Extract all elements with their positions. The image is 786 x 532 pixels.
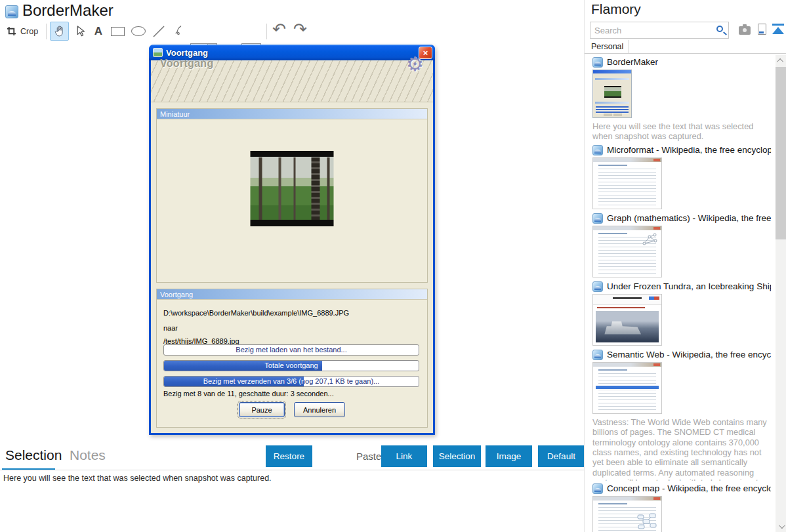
snapshot-title: Under Frozen Tundra, an Icebreaking Ship… xyxy=(607,281,771,291)
text-tool-icon: A xyxy=(94,25,102,38)
tab-selection[interactable]: Selection xyxy=(5,447,62,463)
rectangle-icon xyxy=(111,27,125,36)
rectangle-tool-button[interactable] xyxy=(108,22,127,41)
graph-doodle xyxy=(642,233,659,247)
freehand-tool-button[interactable] xyxy=(169,22,188,41)
scrollbar-thumb[interactable] xyxy=(776,67,786,239)
tab-personal[interactable]: Personal xyxy=(585,40,629,54)
sidebar-scrollbar[interactable] xyxy=(776,55,786,532)
progress-bar-label: Totale voortgang xyxy=(164,361,322,371)
snapshot-title: Concept map - Wikipedia, the free encycl… xyxy=(607,483,771,493)
source-path: D:\workspace\BorderMaker\build\example\I… xyxy=(163,309,349,317)
scroll-up-arrow[interactable] xyxy=(776,55,786,66)
gear-icon[interactable]: ⚙ xyxy=(406,52,424,75)
to-label: naar xyxy=(163,324,178,332)
list-item-graph[interactable]: Graph (mathematics) - Wikipedia, the fre… xyxy=(592,213,771,277)
snapshot-app-icon xyxy=(592,483,603,494)
snapshot-app-icon xyxy=(592,350,603,360)
cancel-button[interactable]: Annuleren xyxy=(294,402,345,417)
snapshot-thumbnail[interactable] xyxy=(592,226,662,277)
snapshot-app-icon xyxy=(592,145,603,155)
progress-bar-file: Bezig met laden van het bestand... Bezig… xyxy=(163,344,419,356)
pause-button[interactable]: Pauze xyxy=(239,402,285,417)
snapshot-thumbnail[interactable] xyxy=(592,157,662,209)
tree-trunk xyxy=(279,157,281,219)
freehand-icon xyxy=(173,25,184,38)
toolbar: Crop A xyxy=(0,21,584,42)
paste-image-button[interactable]: Image xyxy=(486,445,532,467)
progress-body: D:\workspace\BorderMaker\build\example\I… xyxy=(157,300,427,427)
footer-divider xyxy=(0,470,584,470)
progress-bar-upload: Bezig met verzenden van 3/6 (nog 207,1 K… xyxy=(163,376,419,387)
snapshot-snippet: Vastness: The World Wide Web contains ma… xyxy=(592,417,771,481)
thumbnail-group: Miniatuur xyxy=(156,108,428,283)
snapshot-title: Microformat - Wikipedia, the free encycl… xyxy=(607,145,771,155)
ellipse-tool-button[interactable] xyxy=(129,22,148,41)
tree-trunk xyxy=(327,157,329,219)
progress-bar-label: Bezig met verzenden van 3/6 (nog 207,1 K… xyxy=(164,377,304,386)
cursor-tool-button[interactable] xyxy=(71,22,90,41)
paste-link-button[interactable]: Link xyxy=(381,445,427,467)
progress-bar-fill: Bezig met verzenden van 3/6 (nog 207,1 K… xyxy=(164,377,304,386)
crop-icon xyxy=(7,26,16,36)
camera-icon[interactable] xyxy=(739,26,751,35)
flamory-icon-bar xyxy=(772,24,784,26)
list-item-tundra[interactable]: Under Frozen Tundra, an Icebreaking Ship… xyxy=(592,281,771,346)
snapshot-app-icon xyxy=(592,281,603,292)
progress-group-title: Voortgang xyxy=(157,289,427,300)
image-preview xyxy=(251,151,334,226)
screen: BorderMaker Crop A xyxy=(0,0,786,532)
ellipse-icon xyxy=(131,26,146,36)
bordermaker-app-icon xyxy=(5,5,18,18)
snapshot-thumbnail[interactable] xyxy=(592,294,662,346)
concept-map-doodle xyxy=(635,512,657,531)
paste-default-button[interactable]: Default xyxy=(538,445,585,467)
list-item-conceptmap[interactable]: Concept map - Wikipedia, the free encycl… xyxy=(592,483,771,532)
paste-label: Paste: xyxy=(356,451,384,462)
tree-trunk xyxy=(311,157,320,219)
snapshot-title: BorderMaker xyxy=(607,57,658,67)
crop-button[interactable]: Crop xyxy=(4,22,41,41)
flamory-icon[interactable] xyxy=(772,24,784,35)
progress-bar-fill: Totale voortgang xyxy=(164,361,322,371)
text-tool-button[interactable]: A xyxy=(91,22,106,41)
line-tool-button[interactable] xyxy=(150,22,168,41)
scroll-down-arrow[interactable] xyxy=(776,521,786,532)
app-title: BorderMaker xyxy=(22,1,114,20)
dialog-header-title: Voortgang xyxy=(160,58,214,70)
crop-label: Crop xyxy=(20,27,38,36)
hand-tool-button[interactable] xyxy=(50,22,69,41)
toolbar-separator xyxy=(46,24,47,39)
toolbar-separator xyxy=(266,24,267,39)
snapshot-list: BorderMaker Here you will see the text t… xyxy=(585,54,776,532)
paste-selection-button[interactable]: Selection xyxy=(433,445,481,467)
cursor-icon xyxy=(75,25,86,37)
undo-button[interactable]: ↶ xyxy=(272,20,286,39)
search-input[interactable] xyxy=(590,22,728,38)
snapshot-app-icon xyxy=(592,213,603,224)
search-icon[interactable] xyxy=(716,26,723,32)
tab-notes[interactable]: Notes xyxy=(70,447,106,463)
document-icon[interactable] xyxy=(758,24,766,35)
line-icon xyxy=(152,25,165,38)
voortgang-dialog: Voortgang × Voortgang ⚙ Miniatuur Voortg… xyxy=(149,45,435,435)
snapshot-thumbnail[interactable] xyxy=(592,362,662,414)
search-box xyxy=(590,22,729,39)
list-item-microformat[interactable]: Microformat - Wikipedia, the free encycl… xyxy=(592,144,771,209)
hand-icon xyxy=(54,25,66,38)
snapshot-thumbnail[interactable] xyxy=(592,496,662,532)
list-item-bordermaker[interactable]: BorderMaker Here you will see the text t… xyxy=(592,56,771,142)
progress-bar-total: Totale voortgang Totale voortgang xyxy=(163,360,419,371)
status-text: Bezig met 8 van de 11, geschatte duur: 3… xyxy=(163,390,334,398)
restore-button[interactable]: Restore xyxy=(266,445,312,467)
thumbnail-group-title: Miniatuur xyxy=(157,109,427,119)
app-header: BorderMaker xyxy=(0,0,584,21)
progress-bar-label: Bezig met laden van het bestand... xyxy=(164,345,419,355)
snapshot-thumbnail[interactable] xyxy=(592,70,632,118)
bottom-panel: Selection Notes Restore Paste: Link Sele… xyxy=(0,443,584,532)
redo-button[interactable]: ↷ xyxy=(293,20,307,39)
sidebar-title: Flamory xyxy=(591,1,641,17)
list-item-semanticweb[interactable]: Semantic Web - Wikipedia, the free encyc… xyxy=(592,349,771,481)
dialog-title: Voortgang xyxy=(166,48,208,58)
selection-text: Here you will see the text that was sele… xyxy=(3,474,272,483)
